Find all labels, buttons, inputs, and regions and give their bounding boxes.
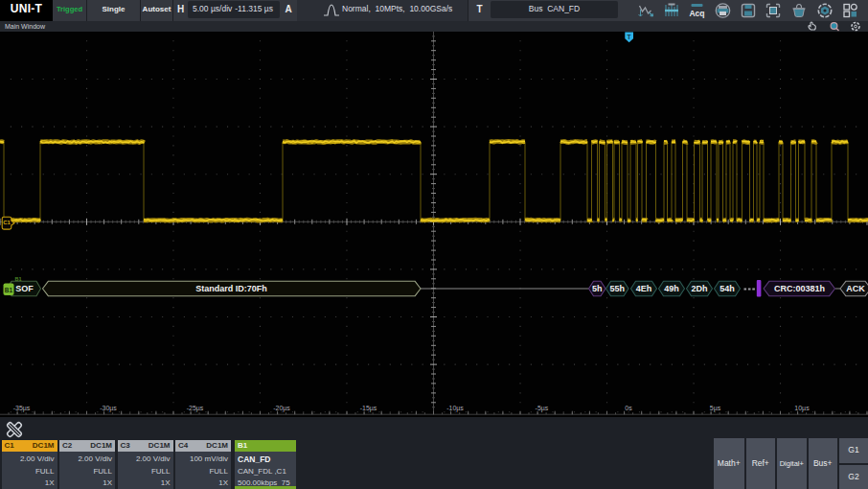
svg-text:54h: 54h [720,284,735,293]
svg-text:B1: B1 [15,276,22,282]
svg-text:-25µs: -25µs [187,405,204,412]
svg-text:10µs: 10µs [794,405,810,412]
svg-text:55h: 55h [609,284,625,293]
svg-text:0s: 0s [625,405,632,411]
svg-text:4Eh: 4Eh [636,284,652,293]
svg-text:ACK: ACK [846,284,865,293]
svg-text:Acq: Acq [689,9,704,18]
svg-text:C1: C1 [3,220,11,225]
svg-text:-20µs: -20µs [273,405,290,412]
svg-text:5µs: 5µs [710,405,721,412]
svg-text:-30µs: -30µs [100,405,117,412]
svg-text:B1: B1 [5,287,13,293]
svg-text:-15µs: -15µs [360,405,377,412]
svg-text:SOF: SOF [15,284,34,293]
svg-text:-35µs: -35µs [13,405,31,412]
svg-text:5h: 5h [592,284,603,293]
svg-text:T: T [628,34,631,40]
svg-text:-10µs: -10µs [446,405,464,412]
svg-text:2Dh: 2Dh [691,284,707,293]
svg-text:49h: 49h [664,284,679,293]
svg-text:CRC:00381h: CRC:00381h [774,284,825,293]
svg-text:Standard ID:70Fh: Standard ID:70Fh [195,284,267,293]
svg-text:-5µs: -5µs [536,405,549,412]
